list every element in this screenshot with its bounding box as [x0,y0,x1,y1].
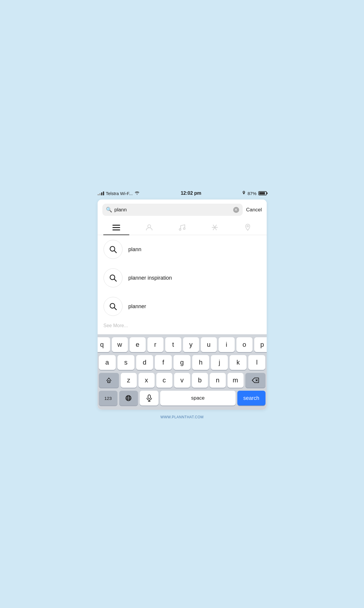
search-input[interactable] [115,207,231,213]
key-v[interactable]: v [174,373,190,388]
svg-rect-1 [112,227,120,228]
key-w[interactable]: w [112,337,128,352]
svg-point-9 [247,226,249,227]
clear-button[interactable]: ✕ [233,207,239,213]
suggestion-item[interactable]: plann [98,235,267,264]
key-h[interactable]: h [192,355,209,370]
key-r[interactable]: r [147,337,163,352]
tab-accounts[interactable] [133,219,166,235]
suggestion-item[interactable]: planner inspiration [98,264,267,292]
svg-point-5 [183,228,185,229]
suggestions-list: plann planner inspiration [98,235,267,334]
keyboard-row-1: q w e r t y u i o p [99,337,266,352]
key-t[interactable]: t [165,337,181,352]
key-q[interactable]: q [98,337,110,352]
key-e[interactable]: e [130,337,146,352]
svg-line-15 [114,308,117,310]
backspace-key[interactable] [245,373,266,388]
key-u[interactable]: u [201,337,217,352]
tab-places[interactable] [231,219,264,235]
search-bar-row: 🔍 ✕ Cancel [98,200,267,219]
time-label: 12:02 pm [181,191,201,196]
suggestion-search-icon-3 [104,297,123,316]
key-z[interactable]: z [121,373,137,388]
keyboard-row-4: 123 [99,391,266,406]
key-y[interactable]: y [183,337,199,352]
suggestion-text-1: plann [128,246,142,253]
key-d[interactable]: d [136,355,153,370]
key-x[interactable]: x [139,373,155,388]
key-p[interactable]: p [254,337,267,352]
key-a[interactable]: a [99,355,116,370]
search-panel: 🔍 ✕ Cancel [98,200,267,410]
svg-rect-24 [148,395,150,399]
keyboard: q w e r t y u i o p a s d f g h j k [98,334,267,410]
key-n[interactable]: n [210,373,226,388]
key-g[interactable]: g [174,355,190,370]
location-icon [242,191,246,196]
mic-key[interactable] [140,391,158,406]
space-key[interactable]: space [160,391,235,406]
key-i[interactable]: i [219,337,235,352]
battery-percent: 87% [247,191,256,196]
svg-point-12 [110,275,115,280]
search-input-wrap[interactable]: 🔍 ✕ [102,204,243,216]
key-j[interactable]: j [211,355,228,370]
battery-icon [258,191,267,195]
keyboard-row-3: z x c v b n m [99,373,266,388]
svg-point-4 [179,229,181,230]
svg-rect-16 [108,381,110,383]
num-key[interactable]: 123 [99,391,117,406]
suggestion-search-icon-2 [104,268,123,287]
key-o[interactable]: o [236,337,252,352]
wifi-icon [134,191,140,196]
key-s[interactable]: s [117,355,134,370]
key-k[interactable]: k [230,355,247,370]
svg-point-14 [110,303,115,308]
suggestion-item[interactable]: planner [98,292,267,321]
svg-rect-2 [112,229,120,230]
key-f[interactable]: f [155,355,172,370]
search-key[interactable]: search [237,391,266,406]
suggestion-text-3: planner [128,303,146,310]
suggestion-search-icon-1 [104,240,123,259]
see-more-link[interactable]: See More... [98,321,267,334]
key-m[interactable]: m [228,373,244,388]
suggestion-text-2: planner inspiration [128,275,172,281]
svg-line-13 [114,279,117,281]
svg-rect-0 [112,225,120,226]
carrier-label: Telstra Wi-F... [106,191,133,196]
shift-key[interactable] [99,373,119,388]
key-b[interactable]: b [192,373,208,388]
status-right: 87% [242,191,266,196]
status-left: Telstra Wi-F... [98,191,140,196]
key-l[interactable]: l [248,355,265,370]
svg-line-11 [114,251,117,253]
tab-all[interactable] [100,219,133,235]
filter-tabs [98,219,267,235]
tab-audio[interactable] [166,219,198,235]
footer-link: WWW.PLANNTHAT.COM [98,410,267,423]
signal-icon [98,191,104,195]
svg-point-10 [110,246,115,251]
keyboard-row-2: a s d f g h j k l [99,355,266,370]
status-bar: Telstra Wi-F... 12:02 pm 87% [98,185,267,200]
cancel-button[interactable]: Cancel [246,207,262,213]
tab-tags[interactable] [198,219,231,235]
key-c[interactable]: c [156,373,172,388]
search-icon: 🔍 [106,207,112,213]
svg-point-3 [148,225,151,228]
globe-key[interactable] [119,391,138,406]
